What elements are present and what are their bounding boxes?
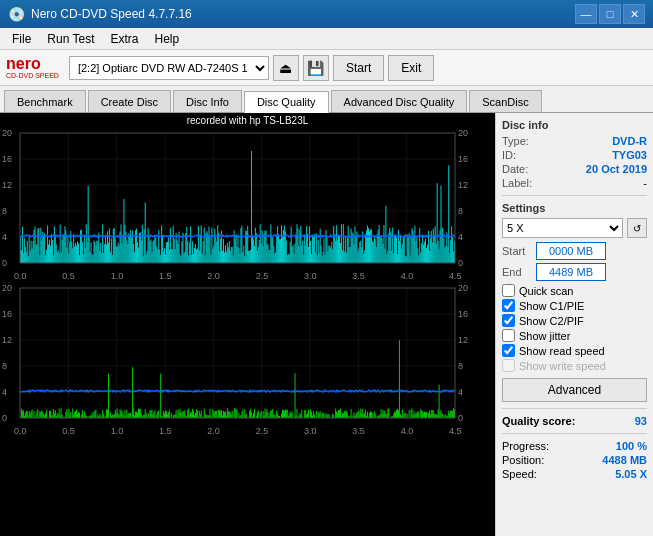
menu-help[interactable]: Help bbox=[147, 30, 188, 48]
show-write-speed-label: Show write speed bbox=[519, 360, 606, 372]
start-label: Start bbox=[502, 245, 532, 257]
nero-logo-text: nero bbox=[6, 56, 41, 72]
show-c2pif-label: Show C2/PIF bbox=[519, 315, 584, 327]
minimize-button[interactable]: — bbox=[575, 4, 597, 24]
tabs: Benchmark Create Disc Disc Info Disc Qua… bbox=[0, 86, 653, 113]
tab-advanced-disc-quality[interactable]: Advanced Disc Quality bbox=[331, 90, 468, 112]
show-c2pif-checkbox[interactable] bbox=[502, 314, 515, 327]
nero-logo: nero CD-DVD SPEED bbox=[6, 56, 59, 79]
start-input[interactable] bbox=[536, 242, 606, 260]
menu-file[interactable]: File bbox=[4, 30, 39, 48]
close-button[interactable]: ✕ bbox=[623, 4, 645, 24]
end-input[interactable] bbox=[536, 263, 606, 281]
quality-score-label: Quality score: bbox=[502, 415, 575, 427]
quick-scan-label: Quick scan bbox=[519, 285, 573, 297]
date-value: 20 Oct 2019 bbox=[586, 163, 647, 175]
advanced-button[interactable]: Advanced bbox=[502, 378, 647, 402]
speed-value: 5.05 X bbox=[615, 468, 647, 480]
toolbar: nero CD-DVD SPEED [2:2] Optiarc DVD RW A… bbox=[0, 50, 653, 86]
end-label: End bbox=[502, 266, 532, 278]
menu-run-test[interactable]: Run Test bbox=[39, 30, 102, 48]
maximize-button[interactable]: □ bbox=[599, 4, 621, 24]
eject-button[interactable]: ⏏ bbox=[273, 55, 299, 81]
position-value: 4488 MB bbox=[602, 454, 647, 466]
show-write-speed-checkbox[interactable] bbox=[502, 359, 515, 372]
show-c1pie-label: Show C1/PIE bbox=[519, 300, 584, 312]
label-value: - bbox=[643, 177, 647, 189]
speed-select[interactable]: 5 X bbox=[502, 218, 623, 238]
chart-title: recorded with hp TS-LB23L bbox=[0, 113, 495, 128]
id-value: TYG03 bbox=[612, 149, 647, 161]
label-label: Label: bbox=[502, 177, 532, 189]
progress-value: 100 % bbox=[616, 440, 647, 452]
position-label: Position: bbox=[502, 454, 544, 466]
tab-disc-quality[interactable]: Disc Quality bbox=[244, 91, 329, 113]
speed-label: Speed: bbox=[502, 468, 537, 480]
tab-benchmark[interactable]: Benchmark bbox=[4, 90, 86, 112]
tab-create-disc[interactable]: Create Disc bbox=[88, 90, 171, 112]
charts-area: recorded with hp TS-LB23L bbox=[0, 113, 495, 536]
titlebar: 💿 Nero CD-DVD Speed 4.7.7.16 — □ ✕ bbox=[0, 0, 653, 28]
refresh-button[interactable]: ↺ bbox=[627, 218, 647, 238]
menu-extra[interactable]: Extra bbox=[102, 30, 146, 48]
app-icon: 💿 bbox=[8, 6, 25, 22]
menubar: File Run Test Extra Help bbox=[0, 28, 653, 50]
show-jitter-label: Show jitter bbox=[519, 330, 570, 342]
type-label: Type: bbox=[502, 135, 529, 147]
tab-scan-disc[interactable]: ScanDisc bbox=[469, 90, 541, 112]
type-value: DVD-R bbox=[612, 135, 647, 147]
progress-label: Progress: bbox=[502, 440, 549, 452]
pie-chart bbox=[0, 128, 480, 283]
show-read-speed-checkbox[interactable] bbox=[502, 344, 515, 357]
save-button[interactable]: 💾 bbox=[303, 55, 329, 81]
app-title: Nero CD-DVD Speed 4.7.7.16 bbox=[31, 7, 192, 21]
right-panel: Disc info Type: DVD-R ID: TYG03 Date: 20… bbox=[495, 113, 653, 536]
disc-info-title: Disc info bbox=[502, 119, 647, 131]
id-label: ID: bbox=[502, 149, 516, 161]
drive-select[interactable]: [2:2] Optiarc DVD RW AD-7240S 1.04 bbox=[69, 56, 269, 80]
start-button[interactable]: Start bbox=[333, 55, 384, 81]
nero-logo-subtitle: CD-DVD SPEED bbox=[6, 72, 59, 79]
pif-chart bbox=[0, 283, 480, 438]
main-content: recorded with hp TS-LB23L Disc info Type… bbox=[0, 113, 653, 536]
tab-disc-info[interactable]: Disc Info bbox=[173, 90, 242, 112]
quality-score-value: 93 bbox=[635, 415, 647, 427]
exit-button[interactable]: Exit bbox=[388, 55, 434, 81]
show-read-speed-label: Show read speed bbox=[519, 345, 605, 357]
date-label: Date: bbox=[502, 163, 528, 175]
show-jitter-checkbox[interactable] bbox=[502, 329, 515, 342]
quick-scan-checkbox[interactable] bbox=[502, 284, 515, 297]
show-c1pie-checkbox[interactable] bbox=[502, 299, 515, 312]
settings-title: Settings bbox=[502, 202, 647, 214]
